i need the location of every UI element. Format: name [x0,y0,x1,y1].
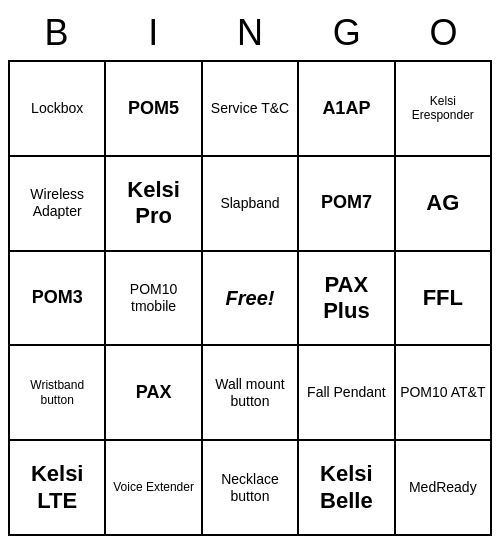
letter-o: O [395,12,492,54]
table-row: Kelsi Pro [106,157,202,252]
table-row: POM7 [299,157,395,252]
table-row: Voice Extender [106,441,202,536]
table-row: Wristband button [10,346,106,441]
table-row: Kelsi LTE [10,441,106,536]
letter-g: G [298,12,395,54]
letter-b: B [8,12,105,54]
table-row: POM10 AT&T [396,346,492,441]
bingo-header: B I N G O [8,8,492,60]
table-row: Fall Pendant [299,346,395,441]
table-row: FFL [396,252,492,347]
table-row: Service T&C [203,62,299,157]
bingo-grid: LockboxPOM5Service T&CA1APKelsi Erespond… [8,60,492,536]
table-row: Wireless Adapter [10,157,106,252]
table-row: PAX [106,346,202,441]
letter-n: N [202,12,299,54]
table-row: PAX Plus [299,252,395,347]
table-row: Kelsi Eresponder [396,62,492,157]
table-row: POM5 [106,62,202,157]
table-row: Necklace button [203,441,299,536]
table-row: Free! [203,252,299,347]
letter-i: I [105,12,202,54]
table-row: Kelsi Belle [299,441,395,536]
table-row: POM10 tmobile [106,252,202,347]
table-row: Slapband [203,157,299,252]
table-row: AG [396,157,492,252]
table-row: Lockbox [10,62,106,157]
table-row: POM3 [10,252,106,347]
table-row: Wall mount button [203,346,299,441]
table-row: A1AP [299,62,395,157]
table-row: MedReady [396,441,492,536]
